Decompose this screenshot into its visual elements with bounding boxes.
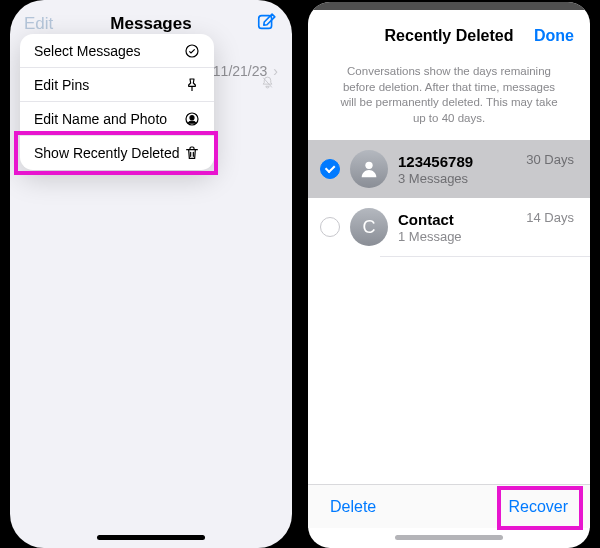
info-text: Conversations show the days remaining be…	[308, 60, 590, 140]
conversation-text: Contact 1 Message	[398, 211, 516, 244]
selection-checkbox-off[interactable]	[320, 217, 340, 237]
menu-edit-name-photo[interactable]: Edit Name and Photo	[20, 102, 214, 136]
menu-label: Show Recently Deleted	[34, 145, 180, 161]
home-indicator[interactable]	[395, 535, 503, 540]
chevron-right-icon: ›	[273, 63, 278, 79]
home-indicator[interactable]	[97, 535, 205, 540]
edit-button[interactable]: Edit	[24, 14, 53, 34]
compose-icon[interactable]	[256, 11, 278, 37]
conversation-text: 123456789 3 Messages	[398, 153, 516, 186]
conversation-item[interactable]: C Contact 1 Message 14 Days	[308, 198, 590, 256]
mute-icon	[261, 76, 274, 92]
conversation-title: 123456789	[398, 153, 516, 170]
pin-icon	[184, 77, 200, 93]
svg-point-1	[186, 45, 198, 57]
person-circle-icon	[184, 111, 200, 127]
phone-left-messages: Edit Messages 11/21/23 › Select Messages…	[10, 0, 292, 548]
conversation-title: Contact	[398, 211, 516, 228]
avatar-initial: C	[350, 208, 388, 246]
bottom-toolbar: Delete Recover	[308, 484, 590, 528]
menu-edit-pins[interactable]: Edit Pins	[20, 68, 214, 102]
menu-label: Select Messages	[34, 43, 141, 59]
conversation-date: 11/21/23	[213, 63, 268, 79]
avatar-generic	[350, 150, 388, 188]
conversation-days-remaining: 30 Days	[526, 152, 574, 167]
menu-label: Edit Name and Photo	[34, 111, 167, 127]
menu-show-recently-deleted[interactable]: Show Recently Deleted	[20, 136, 214, 170]
selection-checkbox-on[interactable]	[320, 159, 340, 179]
delete-button[interactable]: Delete	[330, 498, 376, 516]
separator	[380, 256, 590, 257]
conversation-subtitle: 3 Messages	[398, 171, 516, 186]
trash-icon	[184, 145, 200, 161]
menu-select-messages[interactable]: Select Messages	[20, 34, 214, 68]
edit-menu: Select Messages Edit Pins Edit Name and …	[20, 34, 214, 170]
done-button[interactable]: Done	[534, 27, 574, 45]
checkmark-circle-icon	[184, 43, 200, 59]
conversation-days-remaining: 14 Days	[526, 210, 574, 225]
conversation-item-selected[interactable]: 123456789 3 Messages 30 Days	[308, 140, 590, 198]
recently-deleted-header: Recently Deleted Done	[308, 12, 590, 60]
recover-button[interactable]: Recover	[508, 498, 568, 516]
svg-point-4	[365, 162, 372, 169]
phone-right-recently-deleted: Recently Deleted Done Conversations show…	[308, 2, 590, 548]
conversation-subtitle: 1 Message	[398, 229, 516, 244]
menu-label: Edit Pins	[34, 77, 89, 93]
svg-point-3	[190, 115, 194, 119]
